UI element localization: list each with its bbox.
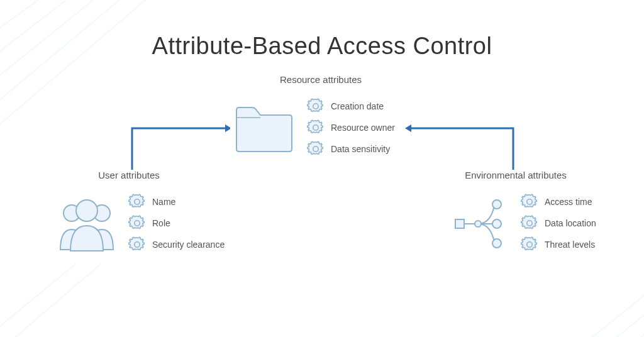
env-attr-row: Data location	[521, 214, 596, 232]
env-attr-row: Threat levels	[521, 236, 596, 253]
attr-label: Resource owner	[331, 123, 395, 133]
resource-attr-row: Data sensitivity	[307, 140, 395, 158]
gear-icon	[521, 214, 538, 232]
svg-point-24	[492, 219, 501, 228]
user-attr-row: Security clearance	[128, 236, 225, 253]
attr-label: Name	[152, 197, 175, 207]
arrow-env-to-resource	[402, 124, 516, 175]
arrow-user-to-resource	[130, 124, 230, 175]
gear-icon	[128, 214, 146, 232]
svg-point-18	[135, 199, 140, 204]
svg-point-12	[313, 104, 318, 109]
attr-label: Threat levels	[545, 240, 595, 250]
user-label: User attributes	[57, 170, 201, 180]
attr-label: Data location	[545, 218, 596, 228]
folder-icon	[233, 101, 296, 154]
svg-point-23	[492, 200, 501, 209]
svg-point-25	[492, 239, 501, 248]
svg-point-28	[527, 242, 532, 247]
users-icon	[57, 194, 117, 252]
attr-label: Access time	[545, 197, 592, 207]
svg-point-13	[313, 125, 318, 130]
environmental-attributes-group: Environmental attributes Access time	[453, 170, 641, 257]
attr-label: Creation date	[331, 101, 384, 111]
svg-line-5	[0, 264, 75, 337]
svg-point-19	[135, 221, 140, 226]
gear-icon	[307, 140, 325, 158]
attr-label: Data sensitivity	[331, 144, 390, 154]
gear-icon	[128, 193, 146, 211]
resource-attr-row: Resource owner	[307, 119, 395, 136]
env-attr-row: Access time	[521, 193, 596, 211]
svg-line-4	[0, 0, 182, 151]
svg-line-8	[579, 289, 644, 337]
resource-attr-row: Creation date	[307, 97, 395, 115]
svg-line-3	[0, 0, 157, 126]
gear-icon	[128, 236, 146, 253]
resource-attributes-group: Resource attributes Creation date Resour…	[233, 74, 409, 162]
gear-icon	[307, 97, 325, 115]
diagram-title: Attribute-Based Access Control	[0, 33, 644, 60]
svg-point-22	[475, 221, 481, 227]
svg-line-10	[629, 327, 644, 337]
svg-point-26	[527, 199, 532, 204]
gear-icon	[521, 236, 538, 253]
svg-point-14	[313, 146, 318, 152]
svg-line-7	[553, 270, 644, 337]
resource-label: Resource attributes	[233, 74, 409, 85]
svg-point-20	[135, 242, 140, 247]
gear-icon	[307, 119, 325, 136]
svg-point-17	[76, 200, 97, 221]
svg-line-6	[0, 264, 101, 337]
user-attr-row: Role	[128, 214, 225, 232]
svg-point-27	[527, 221, 532, 226]
env-label: Environmental attributes	[453, 170, 579, 180]
user-attr-row: Name	[128, 193, 225, 211]
attr-label: Role	[152, 218, 170, 228]
svg-line-9	[604, 308, 644, 337]
gear-icon	[521, 193, 538, 211]
attr-label: Security clearance	[152, 240, 225, 250]
tree-graph-icon	[453, 193, 509, 253]
svg-marker-29	[225, 124, 230, 132]
svg-rect-21	[455, 219, 464, 228]
user-attributes-group: User attributes Name Role Se	[57, 170, 245, 257]
